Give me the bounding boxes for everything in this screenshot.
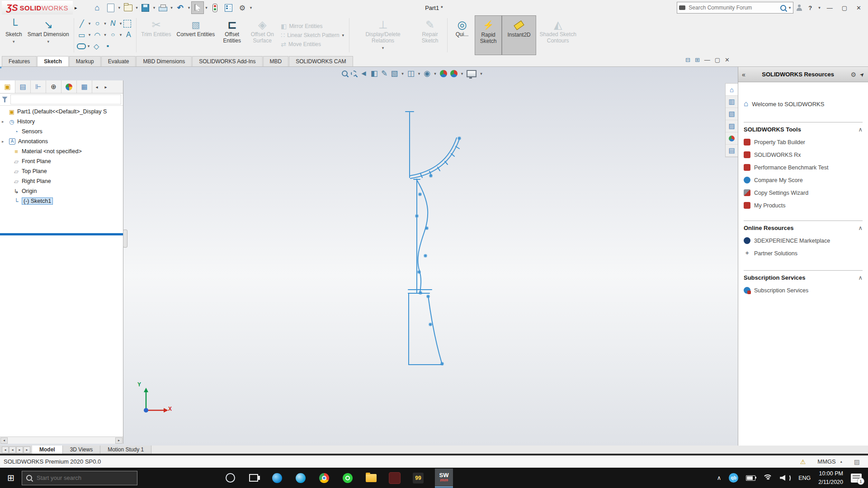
link-3dexperience-marketplace[interactable]: 3DEXPERIENCE Marketplace <box>744 237 863 244</box>
login-user-icon[interactable] <box>796 5 802 11</box>
close-button[interactable]: ✕ <box>853 5 864 11</box>
pane-gear-icon[interactable]: ⚙ <box>850 71 856 78</box>
view-palette-tab[interactable]: ▨ <box>726 120 738 132</box>
collapse-pane-icon[interactable]: « <box>742 71 745 78</box>
custom-properties-tab[interactable]: ▤ <box>726 145 738 157</box>
rectangle-tool-icon[interactable]: ▭ <box>77 31 87 39</box>
app-99-button[interactable]: 99 <box>411 471 425 485</box>
volume-icon[interactable] <box>780 474 791 482</box>
smart-dimension-button[interactable]: ↘ Smart Dimension ▾ <box>25 15 72 55</box>
feature-tree-splitter[interactable] <box>0 233 123 235</box>
tree-item-sensors[interactable]: ◔ Sensors <box>0 127 123 136</box>
link-solidworks-rx[interactable]: SOLIDWORKS Rx <box>744 151 863 158</box>
offset-on-surface-button[interactable]: ◈ Offset On Surface <box>246 15 278 55</box>
tree-item-sketch1[interactable]: └ (-) Sketch1 <box>0 196 123 206</box>
expand-caret[interactable]: ▸ <box>2 119 6 124</box>
rapid-sketch-button[interactable]: ⚡ Rapid Sketch <box>475 15 502 55</box>
tree-item-material[interactable]: ≡ Material <not specified> <box>0 146 123 156</box>
tab-3d-views[interactable]: 3D Views <box>63 446 100 454</box>
offset-entities-button[interactable]: ⊏ Offset Entities <box>217 15 246 55</box>
restore-button[interactable]: ▢ <box>839 5 850 11</box>
linear-sketch-pattern-button[interactable]: ∷ Linear Sketch Pattern ▾ <box>281 32 344 39</box>
tree-root-part1[interactable]: ▣ Part1 (Default<<Default>_Display S <box>0 107 123 117</box>
undo-dropdown[interactable]: ▾ <box>188 5 190 10</box>
tree-filter-input[interactable] <box>10 94 121 104</box>
taskbar-search-box[interactable] <box>22 471 137 485</box>
task-view-button[interactable] <box>247 471 260 485</box>
solidworks-taskbar-button[interactable]: SW 2020 <box>435 471 453 485</box>
arc-tool-icon[interactable]: ◠ <box>92 31 102 39</box>
tree-item-history[interactable]: ▸ ◷ History <box>0 117 123 127</box>
save-dropdown[interactable]: ▾ <box>153 5 156 10</box>
smart-dimension-dropdown[interactable]: ▾ <box>47 39 49 44</box>
search-icon[interactable] <box>780 5 786 11</box>
tab-solidworks-addins[interactable]: SOLIDWORKS Add-Ins <box>192 56 262 66</box>
design-library-tab[interactable]: ▥ <box>726 96 738 108</box>
ellipse-tool-icon[interactable]: ○ <box>108 32 118 38</box>
display-manager-tab[interactable] <box>61 80 77 93</box>
link-performance-benchmark[interactable]: Performance Benchmark Test <box>744 164 863 171</box>
convert-entities-button[interactable]: ▧ Convert Entities <box>174 15 218 55</box>
point-tool-icon[interactable]: ▪ <box>103 42 113 50</box>
link-partner-solutions[interactable]: ✦Partner Solutions <box>744 250 863 257</box>
link-compare-my-score[interactable]: Compare My Score <box>744 177 863 183</box>
tabs-scroll-left[interactable]: ◂ <box>92 80 101 93</box>
linear-pattern-dropdown[interactable]: ▾ <box>342 33 344 38</box>
tab-solidworks-cam[interactable]: SOLIDWORKS CAM <box>289 56 353 66</box>
language-indicator[interactable]: ENG <box>798 475 811 481</box>
tree-item-front-plane[interactable]: ▱ Front Plane <box>0 156 123 166</box>
scroll-left-arrow[interactable]: ◂ <box>0 437 8 444</box>
polygon-tool-icon[interactable]: ◇ <box>91 42 101 51</box>
print-button[interactable] <box>156 1 169 14</box>
panel-horizontal-scrollbar[interactable]: ◂ ▸ <box>0 436 123 444</box>
quick-snaps-button[interactable]: ◎ Qui... <box>449 15 475 55</box>
graphics-area[interactable]: ◄ ◧ ✎ ▧ ▾ ◫ ▾ ◉ ▾ ▾ ▾ <box>0 67 868 446</box>
appearances-scenes-tab[interactable] <box>726 132 738 145</box>
rebuild-status-icon[interactable]: ⚠ <box>800 458 806 465</box>
display-delete-relations-button[interactable]: ⊥ Display/Delete Relations ▾ <box>351 15 415 55</box>
taskbar-clock[interactable]: 10:00 PM 2/11/2020 <box>818 469 843 486</box>
sketch-picture-icon[interactable] <box>123 20 131 28</box>
search-scope-dropdown[interactable]: ▾ <box>789 5 791 10</box>
help-dropdown[interactable]: ▾ <box>818 5 821 10</box>
resources-tab[interactable]: ⌂ <box>726 84 738 96</box>
tab-mbd[interactable]: MBD <box>263 56 289 66</box>
circle-tool-icon[interactable]: ○ <box>92 19 102 28</box>
first-tab-button[interactable]: ◂ <box>2 446 9 453</box>
tabs-scroll-right[interactable]: ▸ <box>101 80 110 93</box>
open-dropdown[interactable]: ▾ <box>136 5 138 10</box>
select-button[interactable] <box>191 1 204 14</box>
link-subscription-services[interactable]: Subscription Services <box>744 287 863 294</box>
collapse-section-icon[interactable]: ∧ <box>858 126 863 133</box>
line-dropdown[interactable]: ▾ <box>89 21 91 26</box>
link-copy-settings-wizard[interactable]: Copy Settings Wizard <box>744 189 863 196</box>
select-dropdown[interactable]: ▾ <box>205 5 208 10</box>
expand-caret[interactable]: ▸ <box>2 139 6 144</box>
collapse-section-icon[interactable]: ∧ <box>858 225 863 231</box>
tree-item-origin[interactable]: ↳ Origin <box>0 186 123 196</box>
battery-icon[interactable] <box>746 475 755 481</box>
tray-expand-icon[interactable]: ∧ <box>717 474 722 481</box>
repair-sketch-button[interactable]: ✎ Repair Sketch <box>415 15 445 55</box>
file-explorer-button[interactable] <box>364 471 378 485</box>
minimize-button[interactable]: — <box>824 5 836 11</box>
wifi-icon[interactable] <box>763 474 772 481</box>
property-manager-tab[interactable]: ▤ <box>15 80 31 93</box>
sketch-tool-button[interactable]: └ Sketch ▾ <box>3 15 25 55</box>
panel-splitter-handle[interactable] <box>123 230 127 248</box>
next-tab-button[interactable]: ▸ <box>16 446 23 453</box>
cortana-button[interactable] <box>223 471 237 485</box>
tag-icon[interactable]: ▨ <box>854 458 860 465</box>
options-button[interactable]: ⚙ <box>236 1 249 14</box>
tab-model[interactable]: Model <box>32 446 63 454</box>
whatsapp-button[interactable] <box>341 471 354 485</box>
menu-flyout-arrow[interactable]: ▸ <box>75 5 77 11</box>
line-tool-icon[interactable]: ╱ <box>77 19 87 28</box>
collapse-section-icon[interactable]: ∧ <box>858 274 863 281</box>
slot-dropdown[interactable]: ▾ <box>88 44 90 48</box>
tab-features[interactable]: Features <box>2 56 37 66</box>
home-button[interactable]: ⌂ <box>91 1 104 14</box>
spline-tool-icon[interactable]: N <box>108 19 118 28</box>
scroll-right-arrow[interactable]: ▸ <box>115 437 123 444</box>
welcome-link[interactable]: ⌂ Welcome to SOLIDWORKS <box>744 99 863 108</box>
